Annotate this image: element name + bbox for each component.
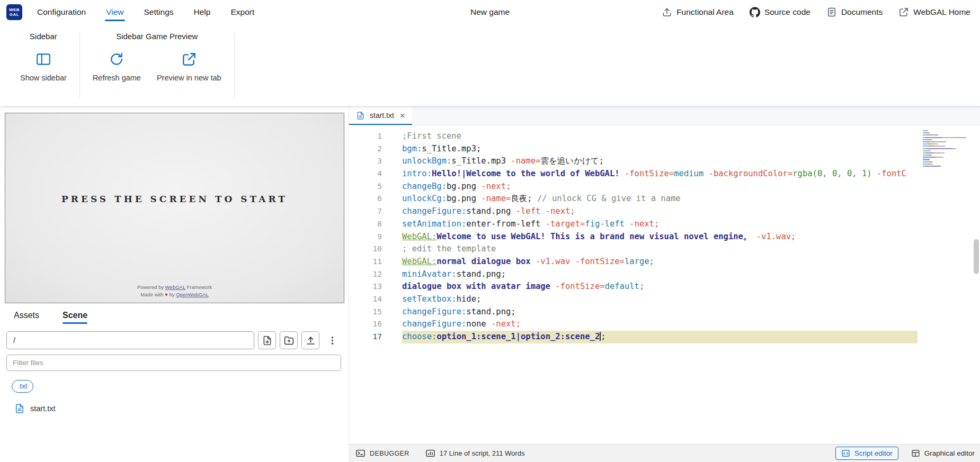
code-line[interactable]: 10; edit the template: [349, 243, 917, 256]
code-line[interactable]: 13dialogue box with avatar image -fontSi…: [349, 280, 917, 293]
logo-line-2: GAL: [10, 12, 19, 17]
new-file-button[interactable]: [258, 331, 276, 349]
menu-configuration[interactable]: Configuration: [37, 0, 86, 24]
game-title: New game: [470, 7, 510, 17]
menubar: WEB GAL ConfigurationViewSettingsHelpExp…: [0, 0, 980, 24]
menu-help[interactable]: Help: [194, 0, 211, 24]
graphical-editor-label: Graphical editor: [924, 449, 975, 457]
tab-scene[interactable]: Scene: [63, 311, 87, 324]
script-stats: 17 Line of script, 211 Words: [425, 448, 525, 458]
graphical-editor-button[interactable]: Graphical editor: [911, 449, 975, 458]
file-toolbar-buttons: [258, 331, 341, 349]
editor-tab-label: start.txt: [370, 111, 394, 120]
more-options-button[interactable]: [323, 331, 341, 349]
line-number: 12: [349, 268, 382, 281]
upload-button[interactable]: [301, 331, 319, 349]
script-editor-label: Script editor: [854, 449, 893, 457]
extension-filter-tag[interactable]: .txt: [12, 380, 33, 393]
file-item-start-txt[interactable]: start.txt: [0, 399, 349, 418]
show-sidebar-button[interactable]: Show sidebar: [15, 47, 72, 86]
sidebar-icon: [35, 51, 51, 67]
code-line[interactable]: 15changeFigure:stand.png;: [349, 306, 917, 319]
openwebgal-link[interactable]: OpenWebGAL: [176, 292, 209, 297]
code-line[interactable]: 4intro:Hello!|Welcome to the world of We…: [349, 168, 917, 180]
line-number: 4: [349, 168, 382, 180]
file-panel-toolbar: [6, 331, 341, 349]
code-line[interactable]: 5changeBg:bg.png -next;: [349, 180, 917, 193]
scrollbar-thumb[interactable]: [974, 239, 979, 274]
menubar-webgal-home[interactable]: WebGAL Home: [898, 7, 970, 17]
tab-assets[interactable]: Assets: [14, 311, 39, 324]
menubar-documents[interactable]: Documents: [826, 7, 883, 17]
line-number: 13: [349, 280, 382, 293]
terminal-icon: [355, 448, 366, 458]
code-line[interactable]: 14setTextbox:hide;: [349, 293, 917, 306]
line-number: 3: [349, 155, 382, 168]
filter-row: [6, 355, 341, 371]
ribbon-group-sidebar-game-preview: Sidebar Game PreviewRefresh gamePreview …: [80, 28, 234, 106]
file-name: start.txt: [30, 404, 56, 413]
made-with-line: Made with ♥ by OpenWebGAL: [5, 291, 344, 299]
menu-export[interactable]: Export: [230, 0, 254, 24]
line-number: 17: [349, 331, 382, 343]
menubar-label: Source code: [764, 7, 810, 17]
path-input[interactable]: [6, 331, 254, 349]
menubar-label: Documents: [841, 7, 883, 17]
new-folder-button[interactable]: [280, 331, 298, 349]
press-to-start-text: PRESS THE SCREEN TO START: [61, 194, 288, 204]
ribbon-button-label: Show sidebar: [20, 74, 67, 82]
code-line[interactable]: 16changeFigure:none -next;: [349, 318, 917, 331]
editor-tab-start-txt[interactable]: start.txt ×: [349, 106, 412, 125]
code-line[interactable]: 9WebGAL:Welcome to use WebGAL! This is a…: [349, 231, 917, 243]
menu-view[interactable]: View: [106, 0, 123, 24]
main-menu: ConfigurationViewSettingsHelpExport: [37, 0, 254, 24]
main-content: PRESS THE SCREEN TO START Powered by Web…: [0, 106, 980, 462]
line-number: 5: [349, 180, 382, 193]
editor-scrollbar[interactable]: [973, 125, 980, 444]
refresh-game-button[interactable]: Refresh game: [87, 47, 146, 86]
ribbon-divider: [234, 33, 235, 98]
code-line[interactable]: 12miniAvatar:stand.png;: [349, 268, 917, 281]
script-editor-icon: [841, 449, 850, 458]
line-number: 8: [349, 218, 382, 231]
webgal-framework-link[interactable]: WebGAL: [165, 284, 185, 290]
code-viewport[interactable]: 1;First scene2bgm:s_Title.mp3;3unlockBgm…: [349, 130, 917, 444]
menubar-source-code[interactable]: Source code: [750, 7, 810, 17]
menubar-functional-area[interactable]: Functional Area: [662, 7, 734, 17]
code-editor[interactable]: 1;First scene2bgm:s_Title.mp3;3unlockBgm…: [349, 125, 980, 444]
documents-icon: [826, 7, 837, 17]
statusbar: DEBUGGER 17 Line of script, 211 Words Sc…: [349, 444, 980, 462]
ribbon-button-label: Preview in new tab: [157, 74, 221, 82]
game-preview[interactable]: PRESS THE SCREEN TO START Powered by Web…: [5, 113, 344, 303]
code-line[interactable]: 7changeFigure:stand.png -left -next;: [349, 205, 917, 218]
file-list: start.txt: [0, 399, 349, 418]
powered-by-line: Powered by WebGAL Framework: [5, 284, 344, 292]
ribbon-group-title: Sidebar: [30, 32, 57, 41]
line-number: 10: [349, 243, 382, 256]
line-number: 16: [349, 318, 382, 331]
close-icon[interactable]: ×: [400, 111, 405, 120]
menu-settings[interactable]: Settings: [144, 0, 174, 24]
code-line[interactable]: 2bgm:s_Title.mp3;: [349, 143, 917, 156]
code-line[interactable]: 1;First scene: [349, 130, 917, 143]
code-line[interactable]: 11WebGAL:normal dialogue box -v1.wav -fo…: [349, 256, 917, 268]
minimap[interactable]: [923, 130, 972, 168]
refresh-icon: [109, 51, 124, 67]
filter-input[interactable]: [6, 355, 341, 371]
code-line[interactable]: 3unlockBgm:s_Title.mp3 -name=雲を追いかけて;: [349, 155, 917, 168]
code-line[interactable]: 17choose:option_1:scene_1|option_2:scene…: [349, 331, 917, 343]
ribbon-toolbar: SidebarShow sidebarSidebar Game PreviewR…: [0, 24, 980, 106]
menubar-label: Functional Area: [676, 7, 734, 17]
script-editor-button[interactable]: Script editor: [835, 447, 898, 460]
code-line[interactable]: 8setAnimation:enter-from-left -target=fi…: [349, 218, 917, 231]
functional-area-icon: [662, 7, 672, 17]
debugger-button[interactable]: DEBUGGER: [355, 448, 409, 458]
graphical-editor-icon: [911, 449, 920, 458]
preview-in-new-tab-button[interactable]: Preview in new tab: [152, 47, 227, 86]
ribbon-button-label: Refresh game: [93, 74, 141, 82]
file-panel-tabs: AssetsScene: [0, 303, 349, 324]
editor-column: start.txt × 1;First scene2bgm:s_Title.mp…: [349, 106, 980, 462]
menubar-right: Functional AreaSource codeDocumentsWebGA…: [662, 7, 970, 17]
code-line[interactable]: 6unlockCg:bg.png -name=良夜; // unlock CG …: [349, 193, 917, 205]
bar-chart-icon: [425, 448, 435, 458]
